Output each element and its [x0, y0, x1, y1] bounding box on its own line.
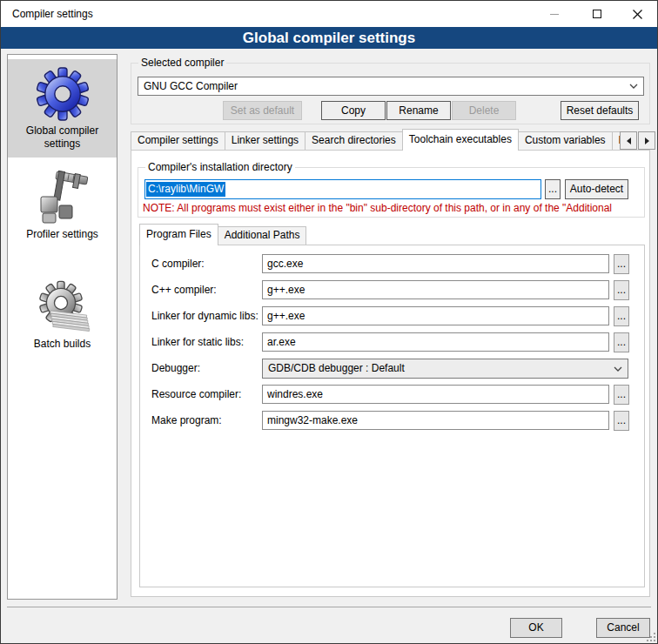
group-label: Compiler's installation directory — [145, 161, 295, 173]
sidebar-item-global-compiler-settings[interactable]: Global compiler settings — [8, 59, 117, 158]
caliper-icon — [35, 170, 91, 225]
minimize-button — [534, 1, 574, 27]
settings-tabs: Compiler settings Linker settings Search… — [131, 129, 620, 151]
auto-detect-button[interactable]: Auto-detect — [565, 179, 628, 199]
maximize-button[interactable] — [577, 1, 616, 27]
minimize-icon — [550, 14, 559, 15]
selected-text: C:\raylib\MinGW — [146, 182, 225, 197]
compiler-select-value: GNU GCC Compiler — [144, 77, 238, 95]
subtab-program-files[interactable]: Program Files — [139, 224, 218, 245]
page-title: Global compiler settings — [1, 27, 657, 49]
copy-button[interactable]: Copy — [321, 101, 386, 120]
tab-linker-settings[interactable]: Linker settings — [225, 131, 306, 150]
linker-dynamic-label: Linker for dynamic libs: — [151, 310, 260, 322]
resource-compiler-browse-button[interactable]: ... — [614, 385, 629, 405]
maximize-icon — [593, 10, 601, 18]
reset-defaults-button[interactable]: Reset defaults — [561, 101, 639, 120]
cancel-button[interactable]: Cancel — [596, 618, 650, 638]
footer-divider — [7, 607, 651, 607]
debugger-select[interactable]: GDB/CDB debugger : Default — [262, 359, 628, 379]
c-compiler-browse-button[interactable]: ... — [614, 254, 629, 274]
installation-directory-input[interactable]: C:\raylib\MinGW — [144, 179, 541, 199]
ok-button[interactable]: OK — [510, 618, 562, 638]
debugger-select-value: GDB/CDB debugger : Default — [268, 359, 405, 378]
group-label: Selected compiler — [138, 57, 226, 69]
linker-static-input[interactable] — [262, 332, 609, 352]
tab-toolchain-executables[interactable]: Toolchain executables — [402, 129, 519, 151]
gray-gear-stack-icon — [35, 279, 91, 335]
bin-subdirectory-note: NOTE: All programs must exist either in … — [143, 202, 645, 214]
c-compiler-input[interactable] — [262, 254, 609, 273]
debugger-label: Debugger: — [151, 362, 260, 374]
linker-static-browse-button[interactable]: ... — [614, 332, 629, 352]
sidebar-item-label: Profiler settings — [10, 228, 115, 241]
tab-compiler-settings[interactable]: Compiler settings — [131, 131, 225, 150]
make-program-browse-button[interactable]: ... — [614, 411, 629, 431]
subtab-additional-paths[interactable]: Additional Paths — [218, 226, 307, 245]
c-compiler-label: C compiler: — [151, 258, 260, 270]
cpp-compiler-label: C++ compiler: — [151, 284, 260, 296]
title-bar: Compiler settings — [1, 1, 657, 27]
cpp-compiler-browse-button[interactable]: ... — [614, 280, 629, 300]
right-arrow-icon — [645, 138, 649, 144]
tab-scroll-left-button[interactable] — [620, 131, 637, 150]
set-as-default-button: Set as default — [223, 101, 302, 120]
resource-compiler-label: Resource compiler: — [151, 388, 260, 400]
tab-search-directories[interactable]: Search directories — [305, 131, 403, 150]
close-icon — [633, 10, 642, 19]
resize-grip[interactable] — [646, 632, 656, 642]
browse-directory-button[interactable]: ... — [545, 179, 561, 199]
compiler-select[interactable]: GNU GCC Compiler — [138, 77, 644, 96]
dialog-header: Global compiler settings — [1, 27, 657, 49]
close-button[interactable] — [617, 1, 657, 27]
settings-sidebar: Global compiler settings — [7, 54, 118, 600]
program-files-tabs: Program Files Additional Paths — [139, 224, 487, 245]
delete-button: Delete — [452, 101, 516, 120]
blue-gear-icon — [35, 66, 91, 122]
left-arrow-icon — [627, 138, 631, 144]
sidebar-item-label: Batch builds — [10, 338, 115, 351]
sidebar-item-profiler-settings[interactable]: Profiler settings — [8, 163, 117, 248]
linker-dynamic-browse-button[interactable]: ... — [614, 306, 629, 326]
rename-button[interactable]: Rename — [386, 101, 451, 120]
tab-build-options[interactable]: Build options — [612, 131, 620, 150]
resource-compiler-input[interactable] — [262, 385, 609, 404]
sidebar-item-label: Global compiler settings — [21, 124, 104, 151]
linker-dynamic-input[interactable] — [262, 306, 609, 325]
chevron-down-icon — [614, 366, 622, 372]
tab-scroll-right-button[interactable] — [638, 131, 655, 150]
sidebar-item-batch-builds[interactable]: Batch builds — [8, 272, 117, 358]
window-title: Compiler settings — [12, 1, 93, 27]
chevron-down-icon — [629, 84, 638, 89]
linker-static-label: Linker for static libs: — [151, 336, 260, 348]
compiler-settings-dialog: Compiler settings Global compiler settin… — [0, 0, 658, 644]
cpp-compiler-input[interactable] — [262, 280, 609, 299]
tab-custom-variables[interactable]: Custom variables — [518, 131, 613, 150]
make-program-label: Make program: — [151, 414, 260, 426]
make-program-input[interactable] — [262, 411, 609, 430]
